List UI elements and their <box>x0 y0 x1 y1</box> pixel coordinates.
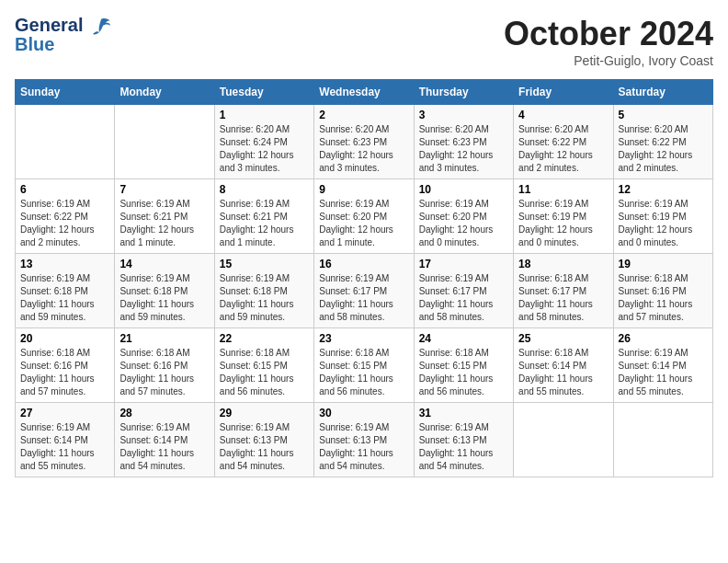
day-info: Sunrise: 6:19 AM Sunset: 6:13 PM Dayligh… <box>220 421 309 473</box>
day-info: Sunrise: 6:20 AM Sunset: 6:23 PM Dayligh… <box>319 123 408 175</box>
calendar-cell: 16Sunrise: 6:19 AM Sunset: 6:17 PM Dayli… <box>314 254 414 328</box>
day-info: Sunrise: 6:18 AM Sunset: 6:17 PM Dayligh… <box>518 272 608 324</box>
day-number: 13 <box>20 258 109 270</box>
day-info: Sunrise: 6:18 AM Sunset: 6:16 PM Dayligh… <box>119 347 209 398</box>
day-number: 11 <box>518 183 608 196</box>
calendar-cell: 20Sunrise: 6:18 AM Sunset: 6:16 PM Dayli… <box>16 328 115 403</box>
day-info: Sunrise: 6:19 AM Sunset: 6:14 PM Dayligh… <box>619 347 708 398</box>
day-info: Sunrise: 6:19 AM Sunset: 6:20 PM Dayligh… <box>319 198 408 249</box>
day-info: Sunrise: 6:19 AM Sunset: 6:14 PM Dayligh… <box>20 421 109 473</box>
header-friday: Friday <box>514 80 613 105</box>
calendar-cell: 17Sunrise: 6:19 AM Sunset: 6:17 PM Dayli… <box>414 254 513 328</box>
logo-bird-icon <box>90 17 112 36</box>
calendar-table: SundayMondayTuesdayWednesdayThursdayFrid… <box>15 79 713 477</box>
logo-line1: General <box>15 15 83 35</box>
day-info: Sunrise: 6:19 AM Sunset: 6:13 PM Dayligh… <box>419 421 508 473</box>
day-number: 4 <box>518 109 608 121</box>
calendar-cell: 12Sunrise: 6:19 AM Sunset: 6:19 PM Dayli… <box>613 179 712 254</box>
day-info: Sunrise: 6:19 AM Sunset: 6:17 PM Dayligh… <box>419 272 508 324</box>
calendar-cell: 30Sunrise: 6:19 AM Sunset: 6:13 PM Dayli… <box>314 403 414 477</box>
day-info: Sunrise: 6:19 AM Sunset: 6:18 PM Dayligh… <box>220 272 309 324</box>
page-header: General Blue October 2024 Petit-Guiglo, … <box>15 15 713 68</box>
logo-line2: Blue <box>15 34 54 54</box>
calendar-cell: 23Sunrise: 6:18 AM Sunset: 6:15 PM Dayli… <box>314 328 414 403</box>
calendar-cell: 10Sunrise: 6:19 AM Sunset: 6:20 PM Dayli… <box>414 179 513 254</box>
day-info: Sunrise: 6:19 AM Sunset: 6:14 PM Dayligh… <box>119 421 209 473</box>
header-monday: Monday <box>115 80 214 105</box>
day-number: 8 <box>220 183 309 196</box>
day-number: 16 <box>319 258 408 270</box>
day-info: Sunrise: 6:20 AM Sunset: 6:22 PM Dayligh… <box>518 123 608 175</box>
header-saturday: Saturday <box>613 80 712 105</box>
day-number: 7 <box>119 183 209 196</box>
calendar-cell: 24Sunrise: 6:18 AM Sunset: 6:15 PM Dayli… <box>414 328 513 403</box>
day-info: Sunrise: 6:20 AM Sunset: 6:24 PM Dayligh… <box>220 123 309 175</box>
day-number: 3 <box>419 109 508 121</box>
day-info: Sunrise: 6:19 AM Sunset: 6:19 PM Dayligh… <box>518 198 608 249</box>
calendar-header-row: SundayMondayTuesdayWednesdayThursdayFrid… <box>16 80 713 105</box>
day-number: 14 <box>119 258 209 270</box>
day-info: Sunrise: 6:19 AM Sunset: 6:18 PM Dayligh… <box>119 272 209 324</box>
day-number: 17 <box>419 258 508 270</box>
day-info: Sunrise: 6:18 AM Sunset: 6:14 PM Dayligh… <box>518 347 608 398</box>
calendar-cell: 11Sunrise: 6:19 AM Sunset: 6:19 PM Dayli… <box>514 179 613 254</box>
day-number: 31 <box>419 407 508 419</box>
day-info: Sunrise: 6:18 AM Sunset: 6:16 PM Dayligh… <box>619 272 708 324</box>
calendar-cell: 27Sunrise: 6:19 AM Sunset: 6:14 PM Dayli… <box>16 403 115 477</box>
day-number: 24 <box>419 332 508 345</box>
calendar-cell: 8Sunrise: 6:19 AM Sunset: 6:21 PM Daylig… <box>214 179 313 254</box>
day-info: Sunrise: 6:18 AM Sunset: 6:15 PM Dayligh… <box>319 347 408 398</box>
day-number: 10 <box>419 183 508 196</box>
calendar-body: 1Sunrise: 6:20 AM Sunset: 6:24 PM Daylig… <box>16 105 713 477</box>
day-info: Sunrise: 6:19 AM Sunset: 6:21 PM Dayligh… <box>220 198 309 249</box>
day-info: Sunrise: 6:20 AM Sunset: 6:22 PM Dayligh… <box>619 123 708 175</box>
day-number: 26 <box>619 332 708 345</box>
calendar-cell: 26Sunrise: 6:19 AM Sunset: 6:14 PM Dayli… <box>613 328 712 403</box>
day-number: 20 <box>20 332 109 345</box>
day-info: Sunrise: 6:19 AM Sunset: 6:20 PM Dayligh… <box>419 198 508 249</box>
day-info: Sunrise: 6:20 AM Sunset: 6:23 PM Dayligh… <box>419 123 508 175</box>
calendar-cell: 3Sunrise: 6:20 AM Sunset: 6:23 PM Daylig… <box>414 105 513 179</box>
calendar-week-4: 20Sunrise: 6:18 AM Sunset: 6:16 PM Dayli… <box>16 328 713 403</box>
calendar-cell: 31Sunrise: 6:19 AM Sunset: 6:13 PM Dayli… <box>414 403 513 477</box>
day-number: 19 <box>619 258 708 270</box>
day-info: Sunrise: 6:19 AM Sunset: 6:18 PM Dayligh… <box>20 272 109 324</box>
day-info: Sunrise: 6:19 AM Sunset: 6:13 PM Dayligh… <box>319 421 408 473</box>
calendar-week-2: 6Sunrise: 6:19 AM Sunset: 6:22 PM Daylig… <box>16 179 713 254</box>
day-info: Sunrise: 6:18 AM Sunset: 6:15 PM Dayligh… <box>419 347 508 398</box>
calendar-cell <box>613 403 712 477</box>
day-number: 18 <box>518 258 608 270</box>
day-info: Sunrise: 6:19 AM Sunset: 6:21 PM Dayligh… <box>119 198 209 249</box>
header-thursday: Thursday <box>414 80 513 105</box>
calendar-cell: 13Sunrise: 6:19 AM Sunset: 6:18 PM Dayli… <box>16 254 115 328</box>
calendar-cell: 25Sunrise: 6:18 AM Sunset: 6:14 PM Dayli… <box>514 328 613 403</box>
calendar-cell: 22Sunrise: 6:18 AM Sunset: 6:15 PM Dayli… <box>214 328 313 403</box>
month-title: October 2024 <box>504 15 713 53</box>
title-block: October 2024 Petit-Guiglo, Ivory Coast <box>504 15 713 68</box>
day-number: 28 <box>119 407 209 419</box>
day-number: 21 <box>119 332 209 345</box>
header-wednesday: Wednesday <box>314 80 414 105</box>
calendar-cell: 4Sunrise: 6:20 AM Sunset: 6:22 PM Daylig… <box>514 105 613 179</box>
day-number: 23 <box>319 332 408 345</box>
calendar-cell: 7Sunrise: 6:19 AM Sunset: 6:21 PM Daylig… <box>115 179 214 254</box>
day-number: 25 <box>518 332 608 345</box>
calendar-cell: 1Sunrise: 6:20 AM Sunset: 6:24 PM Daylig… <box>214 105 313 179</box>
day-number: 27 <box>20 407 109 419</box>
calendar-cell: 5Sunrise: 6:20 AM Sunset: 6:22 PM Daylig… <box>613 105 712 179</box>
calendar-cell: 15Sunrise: 6:19 AM Sunset: 6:18 PM Dayli… <box>214 254 313 328</box>
calendar-cell: 2Sunrise: 6:20 AM Sunset: 6:23 PM Daylig… <box>314 105 414 179</box>
day-info: Sunrise: 6:18 AM Sunset: 6:15 PM Dayligh… <box>220 347 309 398</box>
day-number: 1 <box>220 109 309 121</box>
calendar-cell: 29Sunrise: 6:19 AM Sunset: 6:13 PM Dayli… <box>214 403 313 477</box>
day-info: Sunrise: 6:19 AM Sunset: 6:22 PM Dayligh… <box>20 198 109 249</box>
calendar-cell: 19Sunrise: 6:18 AM Sunset: 6:16 PM Dayli… <box>613 254 712 328</box>
day-number: 5 <box>619 109 708 121</box>
day-number: 29 <box>220 407 309 419</box>
day-number: 6 <box>20 183 109 196</box>
calendar-week-5: 27Sunrise: 6:19 AM Sunset: 6:14 PM Dayli… <box>16 403 713 477</box>
calendar-cell: 18Sunrise: 6:18 AM Sunset: 6:17 PM Dayli… <box>514 254 613 328</box>
calendar-week-3: 13Sunrise: 6:19 AM Sunset: 6:18 PM Dayli… <box>16 254 713 328</box>
header-sunday: Sunday <box>16 80 115 105</box>
calendar-cell <box>16 105 115 179</box>
